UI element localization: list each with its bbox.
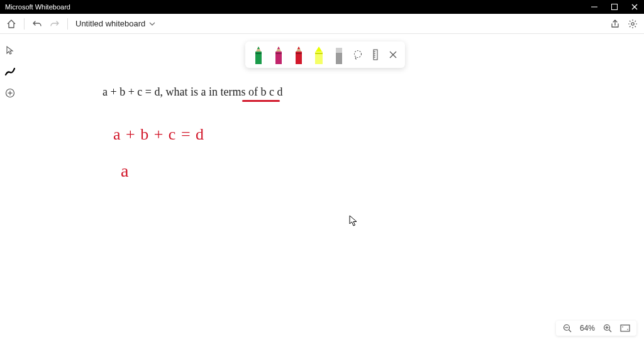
share-button[interactable] [610, 19, 620, 29]
svg-marker-13 [277, 47, 280, 49]
zoom-out-button[interactable] [562, 323, 572, 333]
main-toolbar: Untitled whiteboard [0, 14, 644, 34]
mouse-cursor-icon [349, 215, 358, 226]
svg-marker-20 [316, 47, 322, 52]
svg-rect-40 [621, 325, 630, 331]
separator [24, 18, 25, 30]
zoom-in-button[interactable] [602, 323, 613, 333]
lasso-tool[interactable] [352, 49, 364, 60]
svg-line-34 [569, 330, 571, 333]
undo-button[interactable] [32, 19, 42, 29]
redo-button[interactable] [50, 19, 60, 29]
svg-point-25 [355, 51, 362, 58]
svg-rect-26 [374, 50, 377, 60]
svg-marker-9 [257, 47, 260, 49]
toolbar-right [610, 19, 638, 29]
ruler-tool[interactable] [370, 49, 381, 60]
home-icon[interactable] [6, 19, 16, 29]
svg-line-37 [609, 330, 612, 333]
close-button[interactable] [630, 3, 639, 11]
zoom-level: 64% [580, 324, 595, 333]
whiteboard-canvas[interactable]: a + b + c = d, what is a in terms of b c… [0, 34, 644, 342]
handwriting-line-1: a + b + c = d [113, 125, 204, 144]
settings-button[interactable] [628, 19, 638, 29]
svg-point-42 [627, 329, 628, 330]
svg-point-41 [622, 326, 623, 328]
pen-red[interactable] [292, 45, 306, 64]
document-title[interactable]: Untitled whiteboard [75, 19, 155, 28]
pen-eraser[interactable] [332, 45, 346, 64]
cursor-tool[interactable] [4, 44, 16, 57]
window-controls [590, 3, 639, 11]
svg-rect-19 [296, 53, 302, 54]
svg-rect-11 [255, 53, 262, 54]
separator [67, 18, 68, 30]
svg-rect-23 [336, 48, 342, 53]
side-toolbar [0, 40, 20, 99]
pen-toolbar [245, 41, 405, 68]
svg-rect-22 [315, 53, 323, 54]
pen-green[interactable] [252, 45, 265, 64]
svg-marker-17 [297, 47, 300, 49]
chevron-down-icon [149, 21, 155, 27]
svg-rect-15 [275, 53, 282, 54]
pen-magenta[interactable] [272, 45, 286, 64]
ink-tool[interactable] [4, 65, 16, 78]
handwriting-line-2: a [121, 161, 128, 181]
svg-rect-24 [336, 53, 342, 64]
svg-rect-1 [612, 4, 618, 10]
add-tool[interactable] [4, 87, 16, 99]
fit-screen-button[interactable] [620, 323, 630, 333]
document-title-text: Untitled whiteboard [75, 19, 145, 28]
zoom-controls: 64% [556, 321, 636, 336]
minimize-button[interactable] [590, 3, 599, 11]
pen-yellow[interactable] [312, 45, 326, 64]
close-toolbar-button[interactable] [387, 49, 399, 60]
app-title: Microsoft Whiteboard [5, 3, 70, 11]
svg-point-4 [631, 22, 634, 25]
maximize-button[interactable] [610, 3, 619, 11]
typed-equation-text: a + b + c = d, what is a in terms of b c… [103, 86, 282, 99]
window-titlebar: Microsoft Whiteboard [0, 0, 644, 14]
toolbar-left: Untitled whiteboard [6, 18, 155, 30]
red-underline [242, 100, 280, 102]
